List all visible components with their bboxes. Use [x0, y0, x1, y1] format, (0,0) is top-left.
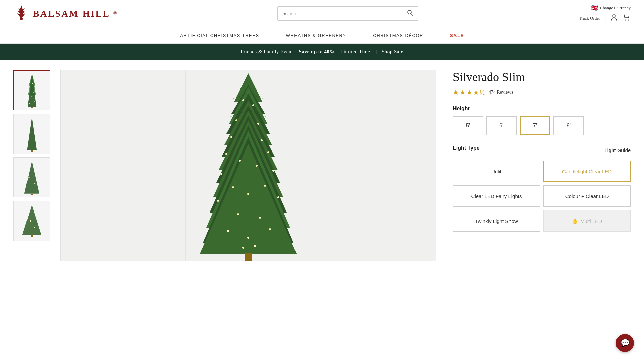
- svg-marker-0: [17, 5, 25, 18]
- product-details: Silverado Slim ★★★★½ 474 Reviews Height …: [443, 70, 631, 261]
- svg-point-4: [613, 15, 615, 17]
- svg-point-53: [272, 170, 274, 172]
- svg-marker-23: [22, 205, 42, 235]
- header-right: 🇬🇧 Change Currency Track Order |: [579, 4, 631, 23]
- svg-point-48: [225, 153, 227, 155]
- svg-point-5: [625, 20, 626, 21]
- svg-point-2: [408, 10, 411, 14]
- search-input[interactable]: [282, 11, 407, 16]
- svg-rect-1: [20, 18, 23, 20]
- currency-row[interactable]: 🇬🇧 Change Currency: [591, 4, 631, 12]
- svg-point-62: [269, 228, 271, 230]
- shop-sale-link[interactable]: Shop Sale: [382, 49, 404, 54]
- svg-point-21: [28, 177, 30, 178]
- svg-point-6: [628, 20, 629, 21]
- svg-point-49: [267, 151, 269, 153]
- thumbnail-3[interactable]: [13, 157, 50, 197]
- nav-item-sale[interactable]: SALE: [450, 33, 464, 38]
- height-options: 5' 6' 7' 9': [453, 116, 631, 135]
- banner-text3: Limited Time: [340, 49, 370, 54]
- svg-point-60: [259, 217, 261, 219]
- light-type-header: Light Type Light Guide: [453, 145, 631, 156]
- divider: |: [605, 16, 606, 21]
- light-multi-led-label: Multi LED: [580, 218, 602, 224]
- banner-text2: Save up to 40%: [299, 49, 335, 54]
- track-order-link[interactable]: Track Order: [579, 16, 600, 21]
- svg-point-22: [34, 183, 36, 184]
- light-candlelight[interactable]: Candlelight Clear LED: [543, 161, 631, 182]
- svg-point-65: [254, 245, 256, 247]
- svg-line-3: [411, 14, 413, 15]
- svg-point-11: [30, 87, 31, 88]
- tree-image: [60, 70, 436, 261]
- svg-point-42: [242, 99, 244, 101]
- light-fairy[interactable]: Clear LED Fairy Lights: [453, 185, 540, 207]
- height-9ft[interactable]: 9': [553, 116, 584, 135]
- height-label: Height: [453, 106, 631, 112]
- svg-point-44: [235, 119, 237, 121]
- svg-point-12: [33, 92, 34, 93]
- svg-point-57: [217, 200, 219, 202]
- banner-separator: |: [376, 49, 377, 54]
- thumbnail-2[interactable]: [13, 114, 50, 154]
- product-title: Silverado Slim: [453, 70, 631, 84]
- logo-icon: [13, 4, 30, 23]
- svg-point-64: [242, 247, 244, 249]
- nav-item-wreaths[interactable]: WREATHS & GREENERY: [286, 33, 346, 38]
- light-multi-led: 🔔 Multi LED: [543, 210, 631, 232]
- thumbnail-gallery: [13, 70, 54, 261]
- svg-point-50: [239, 160, 241, 162]
- svg-point-51: [256, 165, 258, 167]
- cart-button[interactable]: [623, 14, 631, 23]
- nav-item-decor[interactable]: CHRISTMAS DÉCOR: [373, 33, 423, 38]
- svg-marker-19: [24, 161, 39, 193]
- banner-text1: Friends & Family Event: [240, 49, 293, 54]
- logo-area: BALSAM HILL ®: [13, 4, 117, 23]
- svg-point-47: [261, 139, 263, 141]
- light-type-label: Light Type: [453, 145, 480, 151]
- bell-icon: 🔔: [572, 218, 578, 224]
- account-button[interactable]: [610, 14, 618, 23]
- svg-point-43: [252, 104, 254, 106]
- light-twinkly[interactable]: Twinkly Light Show: [453, 210, 540, 232]
- main-content: Silverado Slim ★★★★½ 474 Reviews Height …: [0, 60, 644, 271]
- thumbnail-1[interactable]: [13, 70, 50, 110]
- svg-point-63: [247, 237, 249, 239]
- search-bar[interactable]: [277, 6, 418, 21]
- svg-point-54: [232, 186, 234, 188]
- svg-point-16: [29, 103, 30, 104]
- svg-rect-24: [31, 235, 33, 237]
- svg-rect-10: [31, 107, 33, 108]
- svg-rect-18: [31, 150, 33, 152]
- currency-label: Change Currency: [600, 5, 631, 11]
- height-7ft[interactable]: 7': [520, 116, 550, 135]
- reviews-row: ★★★★½ 474 Reviews: [453, 88, 631, 96]
- light-options: Unlit Candlelight Clear LED Clear LED Fa…: [453, 161, 631, 232]
- thumbnail-4[interactable]: [13, 201, 50, 241]
- star-rating: ★★★★½: [453, 88, 485, 96]
- svg-point-52: [220, 173, 222, 175]
- header-actions: Track Order |: [579, 14, 631, 23]
- nav-item-trees[interactable]: ARTIFICIAL CHRISTMAS TREES: [180, 33, 259, 38]
- header: BALSAM HILL ® 🇬🇧 Change Currency Track O…: [0, 0, 644, 27]
- svg-point-15: [34, 101, 35, 102]
- reviews-link[interactable]: 474 Reviews: [489, 89, 513, 95]
- flag-icon: 🇬🇧: [591, 4, 598, 12]
- svg-marker-17: [27, 117, 37, 150]
- svg-rect-41: [245, 253, 252, 261]
- height-5ft[interactable]: 5': [453, 116, 483, 135]
- svg-point-13: [31, 96, 32, 97]
- svg-point-61: [227, 230, 229, 232]
- svg-point-45: [257, 123, 259, 125]
- light-unlit[interactable]: Unlit: [453, 161, 540, 182]
- svg-point-25: [30, 220, 31, 222]
- light-guide-link[interactable]: Light Guide: [604, 148, 631, 153]
- search-button[interactable]: [407, 9, 413, 18]
- height-6ft[interactable]: 6': [486, 116, 517, 135]
- svg-point-46: [230, 136, 232, 138]
- main-product-image: [60, 70, 436, 261]
- svg-point-14: [32, 83, 33, 84]
- promo-banner: Friends & Family Event Save up to 40% Li…: [0, 44, 644, 60]
- svg-point-55: [264, 185, 266, 187]
- light-colour-clear[interactable]: Colour + Clear LED: [543, 185, 631, 207]
